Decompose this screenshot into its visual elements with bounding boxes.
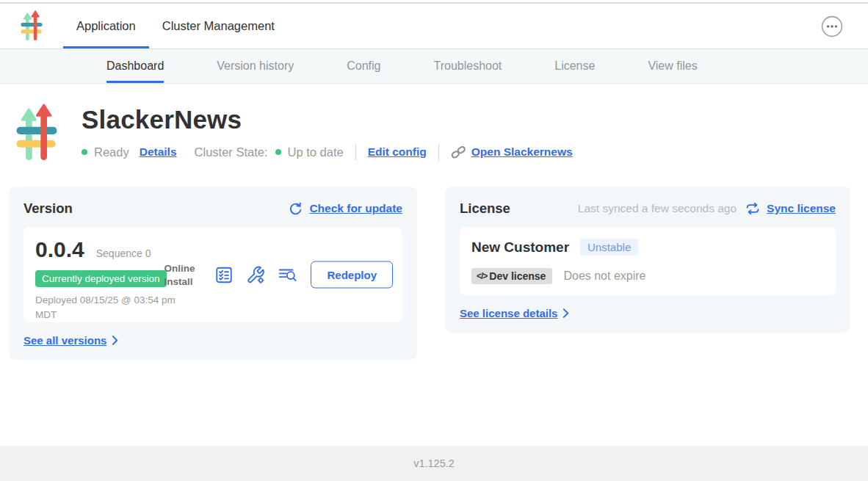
dashboard-content: SlackerNews Ready Details Cluster State:…: [0, 84, 868, 446]
wrench-gear-icon: [246, 265, 265, 284]
view-logs-button[interactable]: [278, 265, 298, 284]
check-for-update-link[interactable]: Check for update: [289, 202, 402, 216]
config-button[interactable]: [246, 265, 265, 284]
see-license-details-link[interactable]: See license details: [460, 307, 836, 319]
app-logo-large-icon: [16, 104, 57, 163]
license-expiry-text: Does not expire: [563, 270, 645, 283]
tab-cluster-management-label: Cluster Management: [162, 19, 275, 33]
version-number: 0.0.4: [35, 237, 84, 262]
see-all-versions-link[interactable]: See all versions: [23, 334, 402, 347]
footer: v1.125.2: [0, 446, 868, 481]
tab-license[interactable]: License: [554, 49, 595, 83]
file-search-icon: [278, 265, 298, 284]
primary-nav: Application Cluster Management: [0, 4, 868, 49]
overflow-menu-button[interactable]: [821, 15, 843, 37]
current-version-panel: 0.0.4 Sequence 0 Currently deployed vers…: [23, 227, 402, 322]
tab-troubleshoot-label: Troubleshoot: [433, 59, 502, 73]
sync-icon: [745, 203, 760, 214]
primary-tabs: Application Cluster Management: [63, 4, 288, 48]
version-card-title: Version: [23, 200, 73, 217]
tab-application[interactable]: Application: [63, 4, 149, 48]
app-status-dot: [82, 149, 87, 155]
tab-license-label: License: [554, 59, 595, 73]
license-card: License Last synced a few seconds ago Sy…: [445, 187, 850, 333]
tab-config-label: Config: [347, 59, 380, 73]
tab-application-label: Application: [76, 19, 136, 33]
customer-name: New Customer: [471, 239, 569, 256]
install-type-label: Online Install: [164, 261, 202, 287]
tab-cluster-management[interactable]: Cluster Management: [149, 4, 288, 48]
tab-version-history[interactable]: Version history: [217, 49, 294, 83]
cluster-state-dot: [275, 149, 281, 155]
divider: [355, 144, 356, 160]
details-link[interactable]: Details: [140, 145, 177, 159]
preflight-checks-button[interactable]: [214, 265, 234, 284]
tab-version-history-label: Version history: [217, 59, 294, 73]
app-logo-icon: [21, 10, 43, 42]
ellipsis-menu-icon: [821, 15, 843, 37]
edit-config-link[interactable]: Edit config: [368, 145, 427, 159]
tab-config[interactable]: Config: [347, 49, 380, 83]
link-chain-icon: [451, 145, 466, 159]
page-title: SlackerNews: [82, 105, 573, 134]
sync-license-label: Sync license: [767, 202, 836, 215]
divider: [438, 144, 439, 160]
license-type-badge: </> Dev license: [471, 268, 552, 284]
see-license-details-label: See license details: [460, 307, 557, 319]
chevron-right-icon: [112, 336, 118, 345]
open-app-link-label: Open Slackernews: [471, 145, 573, 159]
dashboard-cards: Version Check for update 0.0.4 Sequence …: [9, 187, 859, 360]
console-version: v1.125.2: [413, 458, 455, 469]
tab-dashboard-label: Dashboard: [106, 59, 164, 73]
check-for-update-label: Check for update: [309, 202, 402, 215]
tab-troubleshoot[interactable]: Troubleshoot: [433, 49, 502, 83]
deployed-badge: Currently deployed version: [35, 270, 167, 287]
checklist-icon: [214, 265, 234, 284]
open-app-link[interactable]: Open Slackernews: [451, 145, 573, 159]
secondary-nav: Dashboard Version history Config Trouble…: [0, 49, 868, 84]
last-synced-text: Last synced a few seconds ago: [578, 202, 737, 215]
see-all-versions-label: See all versions: [23, 334, 106, 347]
sync-license-link[interactable]: Sync license: [745, 202, 836, 215]
license-card-title: License: [460, 200, 510, 217]
chevron-right-icon: [563, 308, 569, 318]
redeploy-button[interactable]: Redeploy: [311, 261, 393, 289]
license-panel: New Customer Unstable </> Dev license Do…: [460, 227, 836, 295]
tab-dashboard[interactable]: Dashboard: [106, 49, 164, 83]
version-sequence: Sequence 0: [96, 247, 151, 259]
app-status-row: Ready Details Cluster State: Up to date …: [82, 144, 573, 160]
version-card: Version Check for update 0.0.4 Sequence …: [9, 187, 417, 360]
app-status-text: Ready: [94, 145, 129, 159]
cluster-state-label: Cluster State:: [195, 145, 268, 159]
tab-view-files[interactable]: View files: [648, 49, 697, 83]
channel-badge: Unstable: [580, 239, 638, 256]
tab-view-files-label: View files: [648, 59, 697, 73]
deployed-timestamp: Deployed 08/15/25 @ 03:54 pm MDT: [35, 293, 181, 323]
license-type-label: Dev license: [489, 270, 546, 282]
refresh-icon: [289, 202, 303, 216]
cluster-state-value: Up to date: [288, 145, 344, 159]
app-header: SlackerNews Ready Details Cluster State:…: [0, 84, 868, 163]
code-icon: </>: [477, 271, 487, 281]
